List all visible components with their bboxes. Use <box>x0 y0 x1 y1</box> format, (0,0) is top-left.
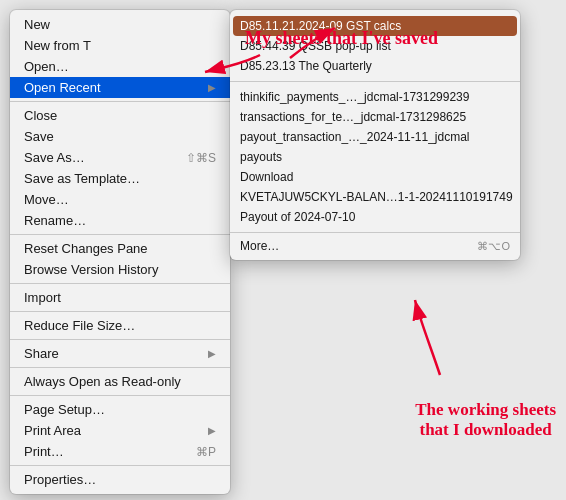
separator-6 <box>10 367 230 368</box>
separator-3 <box>10 283 230 284</box>
submenu-separator-1 <box>230 81 520 82</box>
separator-2 <box>10 234 230 235</box>
menu-item-always-open-readonly[interactable]: Always Open as Read-only <box>10 371 230 392</box>
menu-item-share[interactable]: Share ▶ <box>10 343 230 364</box>
separator-5 <box>10 339 230 340</box>
menu-item-move[interactable]: Move… <box>10 189 230 210</box>
menu-item-page-setup[interactable]: Page Setup… <box>10 399 230 420</box>
saved-sheets-group: D85.11.21.2024-09 GST calcs D85.44.39 QS… <box>230 14 520 78</box>
menu-item-import[interactable]: Import <box>10 287 230 308</box>
menu-item-properties[interactable]: Properties… <box>10 469 230 490</box>
callout-bottom: The working sheetsthat I downloaded <box>415 400 556 440</box>
separator-1 <box>10 101 230 102</box>
submenu-arrow-icon: ▶ <box>208 82 216 93</box>
submenu-item-kvetajuw[interactable]: KVETAJUW5CKYL-BALAN…1-1-20241110191749 <box>230 187 520 207</box>
menu-item-print[interactable]: Print… ⌘P <box>10 441 230 462</box>
separator-7 <box>10 395 230 396</box>
menu-item-rename[interactable]: Rename… <box>10 210 230 231</box>
submenu-item-payout-transaction[interactable]: payout_transaction_…_2024-11-11_jdcmal <box>230 127 520 147</box>
file-menu: New New from T Open… Open Recent ▶ Close… <box>10 10 230 494</box>
submenu-item-qssb[interactable]: D85.44.39 QSSB pop-up list <box>230 36 520 56</box>
menu-item-reduce-file-size[interactable]: Reduce File Size… <box>10 315 230 336</box>
save-as-shortcut: ⇧⌘S <box>186 151 216 165</box>
submenu-item-download[interactable]: Download <box>230 167 520 187</box>
menu-item-save-template[interactable]: Save as Template… <box>10 168 230 189</box>
menu-item-new[interactable]: New <box>10 14 230 35</box>
downloaded-sheets-group: thinkific_payments_…_jdcmal-1731299239 t… <box>230 85 520 229</box>
submenu-item-payout-2024[interactable]: Payout of 2024-07-10 <box>230 207 520 227</box>
submenu-separator-2 <box>230 232 520 233</box>
share-arrow-icon: ▶ <box>208 348 216 359</box>
submenu-item-thinkific[interactable]: thinkific_payments_…_jdcmal-1731299239 <box>230 87 520 107</box>
open-recent-submenu: D85.11.21.2024-09 GST calcs D85.44.39 QS… <box>230 10 520 260</box>
print-shortcut: ⌘P <box>196 445 216 459</box>
submenu-item-quarterly[interactable]: D85.23.13 The Quarterly <box>230 56 520 76</box>
menu-item-print-area[interactable]: Print Area ▶ <box>10 420 230 441</box>
submenu-item-transactions[interactable]: transactions_for_te…_jdcmal-1731298625 <box>230 107 520 127</box>
print-area-arrow-icon: ▶ <box>208 425 216 436</box>
menu-item-save[interactable]: Save <box>10 126 230 147</box>
menu-item-close[interactable]: Close <box>10 105 230 126</box>
menu-item-new-from-template[interactable]: New from T <box>10 35 230 56</box>
menu-item-open[interactable]: Open… <box>10 56 230 77</box>
menu-item-save-as[interactable]: Save As… ⇧⌘S <box>10 147 230 168</box>
menu-item-browse-version-history[interactable]: Browse Version History <box>10 259 230 280</box>
submenu-item-payouts[interactable]: payouts <box>230 147 520 167</box>
separator-8 <box>10 465 230 466</box>
submenu-item-more[interactable]: More… ⌘⌥O <box>230 236 520 256</box>
menu-item-reset-changes[interactable]: Reset Changes Pane <box>10 238 230 259</box>
submenu-item-gst-calcs[interactable]: D85.11.21.2024-09 GST calcs <box>233 16 517 36</box>
separator-4 <box>10 311 230 312</box>
menu-item-open-recent[interactable]: Open Recent ▶ <box>10 77 230 98</box>
more-shortcut: ⌘⌥O <box>477 240 510 253</box>
